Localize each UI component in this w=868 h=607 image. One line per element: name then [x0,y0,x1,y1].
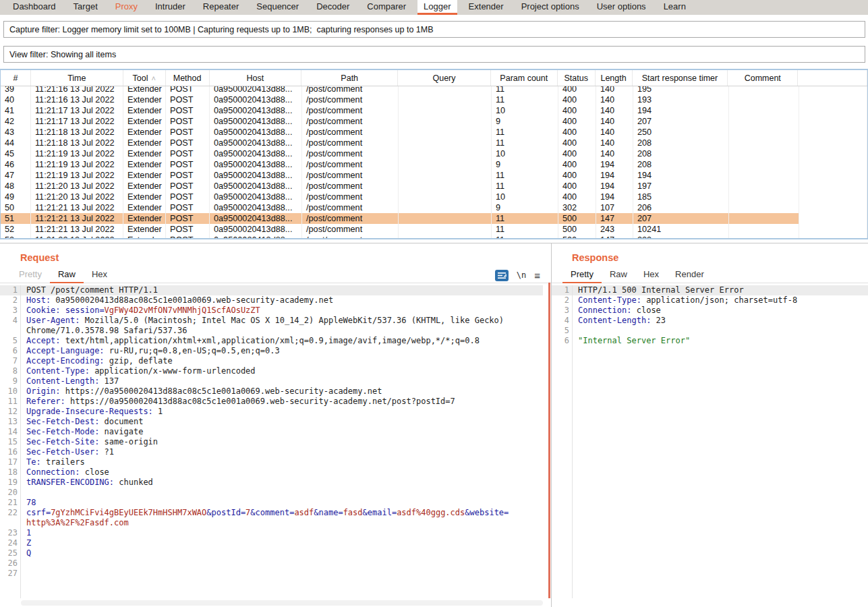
editor-line: 27 [0,569,543,579]
log-row-49[interactable]: 4911:21:20 13 Jul 2022ExtenderPOST0a9500… [1,192,867,202]
capture-filter-text: Capture filter: Logger memory limit set … [9,25,434,34]
log-row-39[interactable]: 3911:21:16 13 Jul 2022ExtenderPOST0a9500… [1,86,867,94]
menu-tab-decoder[interactable]: Decoder [310,0,355,15]
editor-line: 1HTTP/1.1 500 Internal Server Error [552,285,868,295]
column-header-host[interactable]: Host [210,70,302,86]
tab-raw[interactable]: Raw [602,268,635,283]
cell-spacer [799,105,867,116]
log-row-50[interactable]: 5011:21:21 13 Jul 2022ExtenderPOST0a9500… [1,202,867,213]
log-row-43[interactable]: 4311:21:18 13 Jul 2022ExtenderPOST0a9500… [1,127,867,138]
column-header-query[interactable]: Query [398,70,491,86]
menu-tab-intruder[interactable]: Intruder [149,0,192,15]
line-content: csrf=7gYzhMCiFvi4gBEyUEEk7HmHSHM7xWAO&po… [23,508,543,518]
log-row-52[interactable]: 5211:21:21 13 Jul 2022ExtenderPOST0a9500… [1,224,867,235]
log-row-48[interactable]: 4811:21:20 13 Jul 2022ExtenderPOST0a9500… [1,181,867,192]
cell-length: 140 [596,86,633,94]
column-header-status[interactable]: Status [558,70,596,86]
tab-pretty[interactable]: Pretty [562,268,602,283]
log-row-45[interactable]: 4511:21:19 13 Jul 2022ExtenderPOST0a9500… [1,148,867,159]
request-horizontal-scrollbar[interactable] [21,600,543,606]
cell-param-count: 10 [492,105,558,116]
menu-tab-learn[interactable]: Learn [658,0,692,15]
log-row-53[interactable]: 5311:21:22 13 Jul 2022ExtenderPOST0a9500… [1,235,867,239]
cell-path: /post/comment [302,192,399,202]
cell-param-count: 9 [492,159,558,170]
menu-tab-logger[interactable]: Logger [417,0,457,15]
response-editor[interactable]: 1HTTP/1.1 500 Internal Server Error2Cont… [552,285,868,598]
log-row-40[interactable]: 4011:21:16 13 Jul 2022ExtenderPOST0a9500… [1,94,867,105]
menu-tab-project-options[interactable]: Project options [515,0,585,15]
cell-tool: Extender [123,213,166,224]
column-header-tool[interactable]: Tool˄ [123,70,166,86]
editor-line: 2Content-Type: application/json; charset… [552,295,868,306]
menu-tab-user-options[interactable]: User options [591,0,652,15]
cell-host: 0a9500020413d88... [210,202,302,213]
log-row-41[interactable]: 4111:21:17 13 Jul 2022ExtenderPOST0a9500… [1,105,867,116]
line-content: Host: 0a9500020413d88ac08c5c1e001a0069.w… [23,295,543,306]
editor-line: 1POST /post/comment HTTP/1.1 [0,285,543,295]
line-number [0,326,23,336]
view-filter-bar[interactable]: View filter: Showing all items [3,46,865,63]
cell-time: 11:21:16 13 Jul 2022 [31,94,123,105]
cell-query [399,192,492,202]
menu-tab-comparer[interactable]: Comparer [361,0,412,15]
line-number: 9 [0,376,23,386]
cell-time: 11:21:18 13 Jul 2022 [31,138,123,148]
column-header-length[interactable]: Length [596,70,633,86]
menu-tab-sequencer[interactable]: Sequencer [250,0,305,15]
tab-hex[interactable]: Hex [635,268,667,283]
non-printing-characters-icon[interactable]: \n [517,270,526,280]
cell-: 40 [1,94,31,105]
column-header-comment[interactable]: Comment [728,70,798,86]
cell-: 41 [1,105,31,116]
wrap-lines-icon[interactable] [495,270,509,281]
menu-tab-dashboard[interactable]: Dashboard [7,0,62,15]
cell-method: POST [166,224,210,235]
line-number: 15 [0,437,23,447]
menu-tab-extender[interactable]: Extender [463,0,510,15]
main-menu-bar: DashboardTargetProxyIntruderRepeaterSequ… [0,0,868,15]
log-row-47[interactable]: 4711:21:19 13 Jul 2022ExtenderPOST0a9500… [1,170,867,181]
column-header-method[interactable]: Method [166,70,210,86]
column-header-start-response-timer[interactable]: Start response timer [633,70,728,86]
cell-method: POST [166,138,210,148]
cell-host: 0a9500020413d88... [210,127,302,138]
column-header-[interactable]: # [1,70,31,86]
log-row-44[interactable]: 4411:21:18 13 Jul 2022ExtenderPOST0a9500… [1,138,867,148]
line-content: tRANSFER-ENCODING: chunked [23,478,543,488]
tab-raw[interactable]: Raw [50,268,84,283]
editor-line: 26 [0,558,543,569]
column-header-path[interactable]: Path [301,70,398,86]
editor-line: 25Q [0,548,543,558]
cell-host: 0a9500020413d88... [210,181,302,192]
line-content: Connection: close [23,467,543,478]
cell-start-response-timer: 194 [633,170,729,181]
tab-hex[interactable]: Hex [84,268,115,283]
menu-tab-target[interactable]: Target [67,0,104,15]
tab-pretty[interactable]: Pretty [11,268,50,283]
column-header-param-count[interactable]: Param count [491,70,558,86]
cell-time: 11:21:18 13 Jul 2022 [31,127,123,138]
response-title: Response [572,252,618,263]
log-row-42[interactable]: 4211:21:17 13 Jul 2022ExtenderPOST0a9500… [1,116,867,127]
menu-tab-repeater[interactable]: Repeater [197,0,245,15]
editor-menu-icon[interactable]: ≡ [534,270,540,281]
column-header-spacer[interactable] [798,70,867,86]
tab-render[interactable]: Render [667,268,712,283]
capture-filter-bar[interactable]: Capture filter: Logger memory limit set … [3,21,865,38]
cell-length: 140 [596,148,633,159]
cell-param-count: 11 [492,224,558,235]
request-editor[interactable]: 1POST /post/comment HTTP/1.12Host: 0a950… [0,285,543,598]
cell-query [399,94,492,105]
column-header-time[interactable]: Time [31,70,123,86]
menu-tab-proxy[interactable]: Proxy [109,0,144,15]
line-content: Referer: https://0a9500020413d88ac08c5c1… [23,397,543,407]
editor-line: 6"Internal Server Error" [552,336,868,346]
line-content [23,558,543,569]
cell-path: /post/comment [302,213,399,224]
request-scrollbar-marker[interactable] [548,283,550,598]
line-content: POST /post/comment HTTP/1.1 [23,285,543,295]
log-row-51[interactable]: 5111:21:21 13 Jul 2022ExtenderPOST0a9500… [1,213,867,224]
log-row-46[interactable]: 4611:21:19 13 Jul 2022ExtenderPOST0a9500… [1,159,867,170]
line-number: 3 [0,306,23,316]
